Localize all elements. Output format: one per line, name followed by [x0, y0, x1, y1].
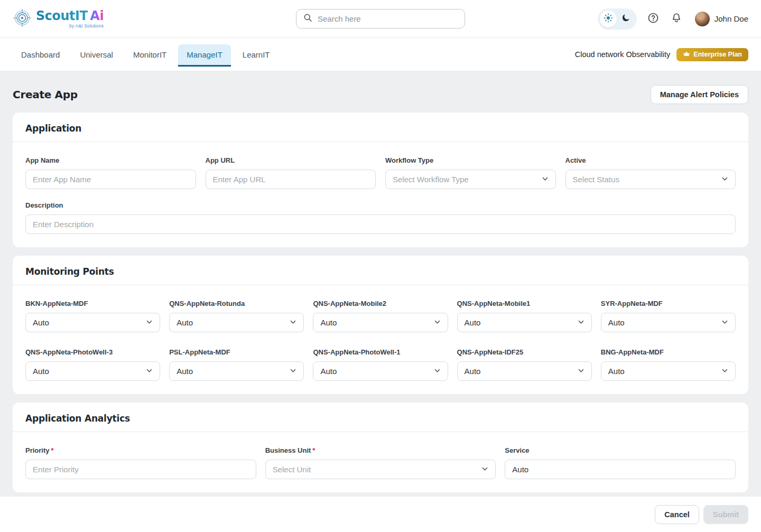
business-unit-value: Select Unit — [273, 465, 311, 474]
search-input[interactable] — [318, 14, 458, 23]
chevron-down-icon — [146, 318, 153, 328]
search-icon — [303, 13, 312, 24]
monitoring-point-field: QNS-AppNeta-Mobile1 Auto — [457, 300, 592, 332]
main-content: Create App Manage Alert Policies Applica… — [0, 71, 761, 497]
service-label: Service — [505, 446, 736, 454]
notifications-button[interactable] — [671, 12, 682, 25]
help-button[interactable] — [647, 12, 659, 25]
chevron-down-icon — [290, 367, 296, 376]
monitoring-point-value: Auto — [608, 318, 625, 327]
logo-name: ScoutIT — [36, 8, 88, 23]
app-name-label: App Name — [25, 156, 196, 164]
service-field: Service — [505, 446, 736, 479]
priority-label: Priority* — [25, 446, 256, 454]
theme-toggle[interactable] — [598, 8, 637, 30]
form-footer: Cancel Submit — [0, 497, 761, 532]
monitoring-point-select[interactable]: Auto — [601, 361, 736, 381]
chevron-down-icon — [721, 175, 728, 184]
monitoring-point-label: QNS-AppNeta-Rotunda — [169, 300, 304, 307]
cancel-button[interactable]: Cancel — [655, 505, 699, 524]
description-input[interactable] — [25, 214, 736, 234]
app-logo[interactable]: ScoutITAi by A&I Solutions — [13, 8, 104, 30]
light-mode-button[interactable] — [600, 11, 617, 27]
app-url-label: App URL — [206, 156, 376, 164]
priority-field: Priority* — [25, 446, 256, 479]
active-value: Select Status — [573, 175, 619, 184]
monitoring-point-value: Auto — [465, 318, 481, 327]
user-menu[interactable]: John Doe — [695, 12, 748, 26]
monitoring-point-select[interactable]: Auto — [601, 313, 736, 332]
monitoring-point-field: SYR-AppNeta-MDF Auto — [601, 300, 736, 332]
chevron-down-icon — [481, 465, 488, 474]
workflow-type-field: Workflow Type Select Workflow Type — [385, 156, 556, 189]
workflow-type-select[interactable]: Select Workflow Type — [385, 170, 556, 189]
plan-badge-label: Enterprise Plan — [693, 51, 742, 58]
service-input[interactable] — [505, 460, 736, 479]
active-field: Active Select Status — [565, 156, 736, 189]
app-url-input[interactable] — [206, 170, 376, 189]
monitoring-point-value: Auto — [320, 367, 337, 376]
analytics-section-title: Application Analytics — [13, 403, 748, 432]
chevron-down-icon — [434, 367, 441, 376]
tab-manageit[interactable]: ManageIT — [178, 44, 231, 67]
application-section-title: Application — [13, 113, 748, 142]
monitoring-point-select[interactable]: Auto — [313, 361, 448, 381]
description-label: Description — [25, 201, 736, 209]
main-nav: Dashboard Universal MonitorIT ManageIT L… — [0, 38, 761, 71]
monitoring-point-field: PSL-AppNeta-MDF Auto — [169, 348, 304, 381]
chevron-down-icon — [146, 367, 153, 376]
required-mark: * — [51, 446, 54, 454]
tab-learnit[interactable]: LearnIT — [234, 44, 279, 67]
bell-icon — [671, 12, 682, 25]
monitoring-point-value: Auto — [608, 367, 625, 376]
monitoring-point-select[interactable]: Auto — [169, 313, 304, 332]
tab-monitorit[interactable]: MonitorIT — [125, 44, 175, 67]
tab-universal[interactable]: Universal — [71, 44, 122, 67]
active-select[interactable]: Select Status — [565, 170, 736, 189]
app-name-input[interactable] — [25, 170, 196, 189]
monitoring-point-select[interactable]: Auto — [25, 313, 160, 332]
avatar — [695, 12, 710, 26]
monitoring-point-label: PSL-AppNeta-MDF — [169, 348, 304, 356]
moon-icon — [621, 13, 630, 24]
monitoring-point-select[interactable]: Auto — [169, 361, 304, 381]
monitoring-point-select[interactable]: Auto — [313, 313, 448, 332]
manage-alert-policies-button[interactable]: Manage Alert Policies — [651, 85, 748, 104]
logo-text: ScoutITAi by A&I Solutions — [36, 10, 104, 29]
chevron-down-icon — [434, 318, 441, 328]
app-url-field: App URL — [206, 156, 376, 189]
business-unit-label: Business Unit* — [265, 446, 496, 454]
monitoring-point-field: QNS-AppNeta-Mobile2 Auto — [313, 300, 448, 332]
chevron-down-icon — [721, 367, 728, 376]
dark-mode-button[interactable] — [618, 11, 635, 27]
submit-button[interactable]: Submit — [703, 505, 748, 524]
monitoring-point-select[interactable]: Auto — [457, 313, 592, 332]
monitoring-point-select[interactable]: Auto — [25, 361, 160, 381]
priority-input[interactable] — [25, 460, 256, 479]
priority-label-text: Priority — [25, 446, 50, 454]
monitoring-point-value: Auto — [177, 367, 193, 376]
description-field: Description — [25, 201, 736, 234]
page-title: Create App — [13, 88, 78, 101]
nav-tabs: Dashboard Universal MonitorIT ManageIT L… — [13, 38, 279, 71]
monitoring-point-label: SYR-AppNeta-MDF — [601, 300, 736, 307]
monitoring-point-value: Auto — [177, 318, 193, 327]
monitoring-point-field: QNS-AppNeta-Rotunda Auto — [169, 300, 304, 332]
application-card: Application App Name App URL Workflow Ty… — [13, 113, 748, 247]
chevron-down-icon — [290, 318, 296, 328]
plan-badge[interactable]: Enterprise Plan — [676, 48, 748, 61]
application-analytics-card: Application Analytics Priority* Business… — [13, 403, 748, 492]
monitoring-point-select[interactable]: Auto — [457, 361, 592, 381]
monitoring-point-value: Auto — [33, 318, 49, 327]
tab-dashboard[interactable]: Dashboard — [13, 44, 68, 67]
monitoring-point-label: QNS-AppNeta-Mobile1 — [457, 300, 592, 307]
chevron-down-icon — [578, 318, 584, 328]
monitoring-point-label: QNS-AppNeta-PhotoWell-3 — [25, 348, 160, 356]
top-bar: ScoutITAi by A&I Solutions — [0, 0, 761, 38]
monitoring-point-label: BKN-AppNeta-MDF — [25, 300, 160, 307]
help-icon — [647, 12, 659, 25]
monitoring-point-label: QNS-AppNeta-Mobile2 — [313, 300, 448, 307]
business-unit-select[interactable]: Select Unit — [265, 460, 496, 479]
business-unit-label-text: Business Unit — [265, 446, 311, 454]
app-name-field: App Name — [25, 156, 196, 189]
